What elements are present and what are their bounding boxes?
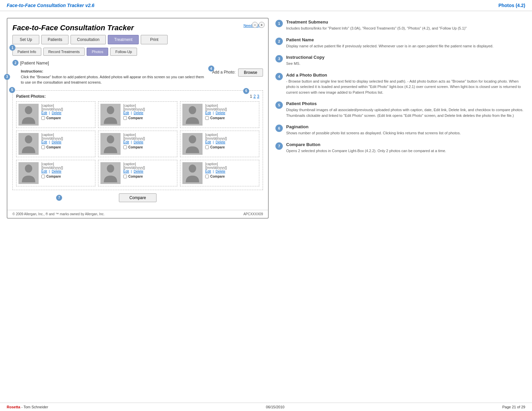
photo-thumb-5[interactable] (100, 133, 121, 155)
photo-thumb-7[interactable] (18, 162, 39, 184)
photo-delete-link-5[interactable]: Delete (134, 140, 143, 144)
annotation-badge-6: 6 (275, 125, 283, 132)
photo-links-5: Edit | Delete (123, 140, 175, 144)
photo-caption-6: [caption] (205, 133, 257, 137)
compare-area: 7 Compare (12, 193, 263, 202)
photo-thumb-1[interactable] (18, 104, 39, 126)
photo-thumb-3[interactable] (182, 104, 203, 126)
photo-thumb-2[interactable] (100, 104, 121, 126)
annotation-title-1: Treatment Submenu (286, 19, 525, 25)
annotation-desc-3: See MS. (286, 61, 525, 66)
photos-title: Patient Photos: (16, 94, 46, 99)
photo-delete-link-3[interactable]: Delete (216, 111, 225, 115)
annotation-content-5: Patient Photos Display thumbnail images … (286, 101, 525, 118)
compare-checkbox-2[interactable] (123, 116, 127, 120)
compare-label-5: Compare (128, 145, 143, 149)
compare-button[interactable]: Compare (119, 193, 156, 202)
photos-grid: [caption] [[mm/dd/yyyy]] Edit | Delete C (16, 101, 259, 186)
nav-setup-button[interactable]: Set Up (12, 35, 39, 44)
svg-point-0 (25, 106, 32, 114)
photo-thumb-4[interactable] (18, 133, 39, 155)
sub-nav-record-treatments[interactable]: Record Treatments (43, 48, 85, 56)
sub-nav-follow-up[interactable]: Follow-Up (110, 48, 137, 56)
annotation-badge-1: 1 (275, 20, 283, 27)
annotation-content-2: Patient Name Display name of active pati… (286, 37, 525, 49)
window-controls: − + (252, 22, 265, 28)
annotation-badge-5: 5 (275, 101, 283, 109)
compare-checkbox-4[interactable] (41, 145, 45, 149)
compare-checkbox-3[interactable] (205, 116, 209, 120)
sub-nav-patient-info[interactable]: Patient Info (12, 48, 41, 56)
annotation-title-7: Compare Button (286, 142, 525, 147)
page-2-link[interactable]: 2 (254, 94, 256, 99)
add-photo-area: 4 Add a Photo: Browse (212, 68, 263, 85)
instructions-title: Instructions: (21, 69, 43, 73)
svg-point-5 (189, 135, 196, 143)
photo-delete-link-1[interactable]: Delete (52, 111, 61, 115)
footer-author: - Tom Schneider (20, 405, 48, 409)
photo-info-3: [caption] [[mm/dd/yyyy]] Edit | Delete C (205, 104, 257, 120)
photo-edit-link-1[interactable]: Edit (41, 111, 47, 115)
compare-row-6: Compare (205, 145, 257, 149)
compare-checkbox-5[interactable] (123, 145, 127, 149)
compare-checkbox-8[interactable] (123, 175, 127, 178)
instructions-text: Instructions: Click the "Browse" button … (21, 68, 207, 85)
photo-links-3: Edit | Delete (205, 111, 257, 115)
photo-delete-link-6[interactable]: Delete (216, 140, 225, 144)
header-right-title: Photos (4.2) (498, 3, 525, 8)
photo-edit-link-4[interactable]: Edit (41, 140, 47, 144)
photo-edit-link-2[interactable]: Edit (123, 111, 129, 115)
photo-links-1: Edit | Delete (41, 111, 93, 115)
compare-checkbox-6[interactable] (205, 145, 209, 149)
svg-point-6 (25, 165, 32, 173)
photo-links-6: Edit | Delete (205, 140, 257, 144)
photo-delete-link-7[interactable]: Delete (52, 170, 61, 173)
person-silhouette-7 (20, 164, 37, 182)
photo-edit-link-8[interactable]: Edit (123, 170, 129, 173)
compare-label-7: Compare (46, 175, 61, 178)
annotation-content-3: Instructional Copy See MS. (286, 55, 525, 66)
annotation-desc-6: Shows number of possible photo list scre… (286, 130, 525, 136)
app-panel: − + Face-to-Face Consultation Tracker Ne… (7, 18, 269, 219)
photo-delete-link-9[interactable]: Delete (216, 170, 225, 173)
annotation-desc-4: - Browse button and single line text fie… (286, 79, 525, 95)
photo-item-4: [caption] [[mm/dd/yyyy]] Edit | Delete C (16, 131, 95, 157)
page-3-link[interactable]: 3 (257, 94, 259, 99)
photo-edit-link-6[interactable]: Edit (205, 140, 211, 144)
annotation-desc-2: Display name of active patient file if p… (286, 43, 525, 49)
photo-caption-9: [caption] (205, 162, 257, 166)
photo-edit-link-5[interactable]: Edit (123, 140, 129, 144)
photo-thumb-8[interactable] (100, 162, 121, 184)
footer-page: Page 21 of 29 (502, 405, 525, 409)
photos-section-wrapper: 5 Patient Photos: 6 1 2 3 (12, 90, 263, 190)
photo-delete-link-2[interactable]: Delete (134, 111, 143, 115)
browse-button[interactable]: Browse (238, 68, 263, 77)
nav-patients-button[interactable]: Patients (41, 35, 69, 44)
nav-consultation-button[interactable]: Consultation (71, 35, 106, 44)
photo-delete-link-8[interactable]: Delete (134, 170, 143, 173)
photo-item-6: [caption] [[mm/dd/yyyy]] Edit | Delete C (180, 131, 259, 157)
photo-item-2: [caption] [[mm/dd/yyyy]] Edit | Delete C (98, 101, 177, 128)
compare-label-9: Compare (210, 175, 225, 178)
annotation-6: 6 Pagination Shows number of possible ph… (275, 124, 525, 136)
maximize-icon[interactable]: + (259, 22, 265, 28)
photo-edit-link-9[interactable]: Edit (205, 170, 211, 173)
minimize-icon[interactable]: − (252, 22, 258, 28)
app-footer: © 2009 Allergan, Inc., ® and ™ marks own… (7, 210, 268, 218)
sub-nav-photos[interactable]: Photos (87, 48, 108, 56)
photo-thumb-9[interactable] (182, 162, 203, 184)
annotation-title-2: Patient Name (286, 37, 525, 42)
photo-thumb-6[interactable] (182, 133, 203, 155)
compare-checkbox-7[interactable] (41, 175, 45, 178)
compare-checkbox-1[interactable] (41, 116, 45, 120)
photo-date-1: [[mm/dd/yyyy]] (41, 107, 93, 111)
nav-treatment-button[interactable]: Treatment (108, 35, 139, 44)
compare-label-8: Compare (128, 175, 143, 178)
photo-edit-link-7[interactable]: Edit (41, 170, 47, 173)
photo-delete-link-4[interactable]: Delete (52, 140, 61, 144)
photo-item-8: [caption] [[mm/dd/yyyy]] Edit | Delete C (98, 160, 177, 186)
compare-label-2: Compare (128, 116, 143, 120)
nav-print-button[interactable]: Print (141, 35, 168, 44)
compare-checkbox-9[interactable] (205, 175, 209, 178)
photo-edit-link-3[interactable]: Edit (205, 111, 211, 115)
